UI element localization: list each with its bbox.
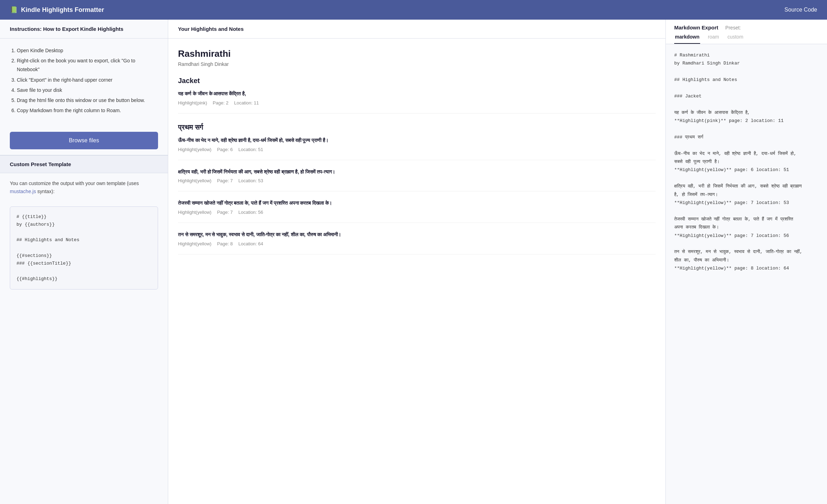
section-title: प्रथम सर्ग — [178, 123, 656, 131]
highlight-page: Page: 7 — [217, 178, 233, 183]
custom-preset-description: You can customize the output with your o… — [0, 173, 168, 202]
source-code-link[interactable]: Source Code — [785, 7, 817, 13]
left-panel: Instructions: How to Export Kindle Highl… — [0, 20, 168, 504]
highlight-text: तेजस्वी सम्मान खोजते नहीं गोत्र बतला के,… — [178, 199, 656, 207]
middle-panel: Your Highlights and Notes Rashmirathi Ra… — [168, 20, 666, 504]
app-header: 📗 Kindle Highlights Formatter Source Cod… — [0, 0, 827, 20]
highlights-header: Your Highlights and Notes — [168, 20, 665, 39]
right-header-top: Markdown Export Preset: — [674, 25, 819, 30]
highlight-page: Page: 6 — [217, 147, 233, 152]
mustache-link[interactable]: mustache.js — [10, 189, 36, 194]
highlight-page: Page: 2 — [213, 100, 228, 105]
highlight-text: तन से समरशूर, मन से भावुक, स्वभाव से दान… — [178, 231, 656, 239]
highlights-content: Rashmirathi Ramdhari Singh Dinkar Jacket… — [168, 48, 665, 254]
highlight-block: तेजस्वी सम्मान खोजते नहीं गोत्र बतला के,… — [178, 199, 656, 223]
app-title-text: Kindle Highlights Formatter — [21, 6, 104, 14]
right-panel: Markdown Export Preset: markdown roam cu… — [666, 20, 827, 504]
tab-custom[interactable]: custom — [727, 34, 744, 44]
right-header: Markdown Export Preset: markdown roam cu… — [666, 20, 827, 44]
list-item: Copy Markdown from the right column to R… — [17, 106, 158, 115]
highlight-block: तन से समरशूर, मन से भावुक, स्वभाव से दान… — [178, 231, 656, 254]
highlight-type: Highlight(yellow) — [178, 241, 211, 246]
highlight-meta: Highlight(pink) Page: 2 Location: 11 — [178, 100, 656, 105]
tab-markdown[interactable]: markdown — [674, 34, 700, 44]
list-item: Drag the html file onto this window or u… — [17, 96, 158, 105]
highlight-type: Highlight(yellow) — [178, 147, 211, 152]
custom-preset-text-2: syntax): — [36, 189, 55, 194]
highlight-block: ऊँच-नीच का भेद न माने, वही श्रेष्ठ ज्ञान… — [178, 136, 656, 160]
instructions-section: Instructions: How to Export Kindle Highl… — [0, 20, 168, 155]
list-item: Right-click on the book you want to expo… — [17, 56, 158, 74]
highlight-location: Location: 53 — [238, 178, 263, 183]
highlight-block: यह कर्ण के जीवन के आसपास केंद्रित है, Hi… — [178, 90, 656, 114]
browse-files-button[interactable]: Browse files — [10, 132, 158, 149]
custom-preset-header: Custom Preset Template — [0, 155, 168, 173]
section-title: Jacket — [178, 77, 656, 85]
highlight-text: ऊँच-नीच का भेद न माने, वही श्रेष्ठ ज्ञान… — [178, 136, 656, 145]
tab-roam[interactable]: roam — [707, 34, 720, 44]
highlight-type: Highlight(yellow) — [178, 178, 211, 183]
highlight-text: क्षत्रिय वही, भरी हो जिसमें निर्भयता की … — [178, 168, 656, 176]
highlight-meta: Highlight(yellow) Page: 7 Location: 56 — [178, 210, 656, 215]
highlight-type: Highlight(pink) — [178, 100, 207, 105]
highlight-block: क्षत्रिय वही, भरी हो जिसमें निर्भयता की … — [178, 168, 656, 192]
highlight-type: Highlight(yellow) — [178, 210, 211, 215]
book-emoji: 📗 — [10, 6, 18, 14]
list-item: Click "Export" in the right-hand upper c… — [17, 76, 158, 84]
highlight-location: Location: 64 — [238, 241, 263, 246]
instructions-list: Open Kindle Desktop Right-click on the b… — [10, 46, 158, 115]
highlight-text: यह कर्ण के जीवन के आसपास केंद्रित है, — [178, 90, 656, 98]
list-item: Save file to your disk — [17, 86, 158, 95]
markdown-export-title: Markdown Export — [674, 25, 718, 30]
instructions-content: Open Kindle Desktop Right-click on the b… — [0, 39, 168, 126]
template-code-box: # {{title}} by {{authors}} ## Highlights… — [10, 206, 158, 290]
book-author: Ramdhari Singh Dinkar — [178, 61, 656, 67]
highlight-meta: Highlight(yellow) Page: 7 Location: 53 — [178, 178, 656, 183]
preset-label: Preset: — [725, 25, 741, 30]
highlight-meta: Highlight(yellow) Page: 8 Location: 64 — [178, 241, 656, 246]
instructions-header: Instructions: How to Export Kindle Highl… — [0, 20, 168, 39]
highlight-page: Page: 7 — [217, 210, 233, 215]
main-layout: Instructions: How to Export Kindle Highl… — [0, 20, 827, 504]
highlight-location: Location: 56 — [238, 210, 263, 215]
highlight-location: Location: 51 — [238, 147, 263, 152]
preset-tabs: markdown roam custom — [674, 34, 819, 44]
list-item: Open Kindle Desktop — [17, 46, 158, 55]
highlight-location: Location: 11 — [234, 100, 259, 105]
custom-preset-text-1: You can customize the output with your o… — [10, 181, 139, 186]
markdown-content: # Rashmirathi by Ramdhari Singh Dinkar #… — [666, 44, 827, 280]
highlight-page: Page: 8 — [217, 241, 233, 246]
app-title: 📗 Kindle Highlights Formatter — [10, 6, 104, 14]
book-title: Rashmirathi — [178, 48, 656, 59]
highlight-meta: Highlight(yellow) Page: 6 Location: 51 — [178, 147, 656, 152]
custom-preset-section: Custom Preset Template You can customize… — [0, 155, 168, 297]
